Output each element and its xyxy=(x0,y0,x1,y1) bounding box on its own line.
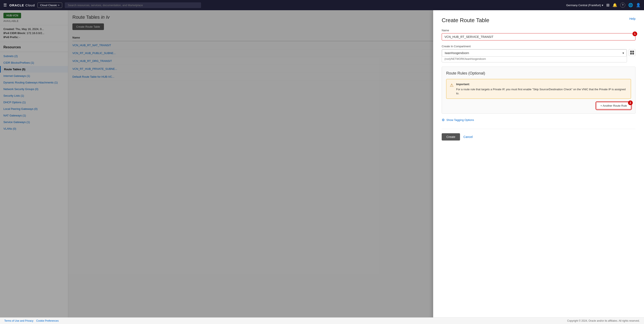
modal-overlay: Create Route Table Help Name 1 Create In… xyxy=(0,10,644,324)
footer-left: Terms of Use and Privacy Cookie Preferen… xyxy=(4,319,58,322)
modal-panel: Create Route Table Help Name 1 Create In… xyxy=(433,10,644,324)
compartment-select[interactable]: IwanHoogendoorn ▾ xyxy=(442,49,627,57)
create-submit-button[interactable]: Create xyxy=(442,133,460,140)
globe-icon[interactable]: 🌐 xyxy=(628,3,633,7)
step-badge-2: 2 xyxy=(628,100,633,105)
compartment-form-group: Create In Compartment IwanHoogendoorn ▾ … xyxy=(442,45,636,62)
console-icon[interactable]: ⊞ xyxy=(606,3,610,7)
region-selector[interactable]: Germany Central (Frankfurt) ▾ xyxy=(566,3,603,7)
modal-help-link[interactable]: Help xyxy=(629,17,636,20)
modal-footer: Create Cancel xyxy=(442,129,636,140)
another-route-rule-wrapper: + Another Route Rule 2 xyxy=(596,102,631,109)
page-footer: Terms of Use and Privacy Cookie Preferen… xyxy=(0,318,644,324)
route-rules-box: Route Rules (Optional) ⚠ Important: For … xyxy=(442,67,636,114)
route-rules-title: Route Rules (Optional) xyxy=(446,71,631,76)
grid-icon xyxy=(630,51,634,54)
top-nav: ☰ ORACLE Cloud Cloud Classic > Germany C… xyxy=(0,0,644,10)
hamburger-menu[interactable]: ☰ xyxy=(4,3,7,7)
help-icon[interactable]: ? xyxy=(620,2,625,8)
tagging-icon: ⚙ xyxy=(442,118,445,122)
cloud-classic-button[interactable]: Cloud Classic > xyxy=(38,2,62,8)
search-input[interactable] xyxy=(65,2,201,8)
cancel-button[interactable]: Cancel xyxy=(464,135,473,139)
another-route-rule-button[interactable]: + Another Route Rule xyxy=(596,102,631,109)
important-text: Important: For a route rule that targets… xyxy=(456,82,628,96)
oracle-logo: ORACLE Cloud xyxy=(9,3,35,7)
important-box: ⚠ Important: For a route rule that targe… xyxy=(446,79,631,99)
compartment-label: Create In Compartment xyxy=(442,45,636,48)
name-label: Name xyxy=(442,29,636,32)
nav-right: Germany Central (Frankfurt) ▾ ⊞ 🔔 ? 🌐 👤 xyxy=(566,2,640,8)
warning-icon: ⚠ xyxy=(450,83,454,88)
user-avatar[interactable]: 👤 xyxy=(636,3,640,7)
step-badge-1: 1 xyxy=(632,31,637,36)
chevron-down-icon: ▾ xyxy=(622,51,624,55)
footer-copyright: Copyright © 2024, Oracle and/or its affi… xyxy=(567,319,640,322)
name-input-wrapper: 1 xyxy=(442,33,636,40)
name-form-group: Name 1 xyxy=(442,29,636,40)
modal-title: Create Route Table xyxy=(442,17,636,24)
show-tagging-link[interactable]: ⚙ Show Tagging Options xyxy=(442,118,636,122)
cookie-link[interactable]: Cookie Preferences xyxy=(36,319,58,322)
compartment-path: (root)/NETWORK/IwanHoogendoorn xyxy=(442,57,627,62)
terms-link[interactable]: Terms of Use and Privacy xyxy=(4,319,34,322)
name-input[interactable] xyxy=(442,33,636,40)
compartment-grid-button[interactable] xyxy=(629,49,636,56)
notification-icon[interactable]: 🔔 xyxy=(612,3,617,7)
